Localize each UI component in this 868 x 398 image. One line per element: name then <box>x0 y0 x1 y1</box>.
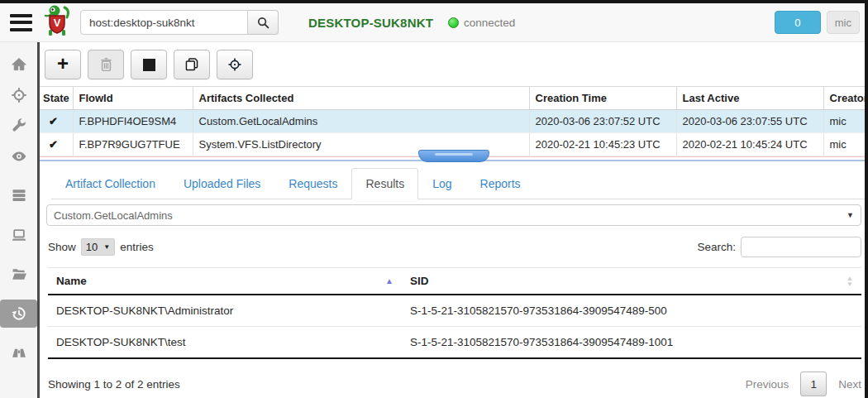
flow-creator: mic <box>823 110 868 133</box>
notification-count-button[interactable]: 0 <box>775 11 821 34</box>
tab-artifact-collection[interactable]: Artifact Collection <box>51 168 169 199</box>
pane-splitter <box>40 156 868 165</box>
cancel-flow-button[interactable] <box>131 50 167 79</box>
sidebar-item-virtual-filesystem[interactable] <box>0 260 37 288</box>
plus-icon: + <box>57 55 69 72</box>
search-button[interactable] <box>248 10 279 35</box>
stop-icon <box>143 59 155 71</box>
trash-icon <box>99 57 113 72</box>
search-icon <box>257 17 269 29</box>
pagination: Previous 1 Next <box>746 372 861 396</box>
flows-col-creation-time[interactable]: Creation Time <box>529 87 676 110</box>
delete-flow-button[interactable] <box>88 50 124 79</box>
new-collection-button[interactable]: + <box>45 50 81 79</box>
page-size-value: 10 <box>86 241 98 253</box>
flow-creation-time: 2020-03-06 23:07:52 UTC <box>529 110 676 133</box>
flows-col-flowid[interactable]: FlowId <box>73 87 193 110</box>
next-page-button[interactable]: Next <box>838 378 861 391</box>
sidebar-item-server-dashboard[interactable] <box>0 181 37 209</box>
sidebar-item-hunt-manager[interactable] <box>0 81 37 109</box>
show-label: Show <box>48 241 76 253</box>
chevron-down-icon: ▼ <box>847 211 854 219</box>
chevron-down-icon: ▼ <box>103 243 110 251</box>
copy-collection-button[interactable] <box>174 50 210 79</box>
page-1-button[interactable]: 1 <box>800 372 827 396</box>
client-search <box>80 10 279 35</box>
results-table-controls: Show 10 ▼ entries Search: <box>48 237 861 257</box>
artifact-result-select[interactable]: Custom.GetLocalAdmins ▼ <box>46 204 861 226</box>
copy-icon <box>184 57 199 72</box>
crosshairs-icon <box>227 57 242 72</box>
flow-creator: mic <box>823 133 868 156</box>
tab-log[interactable]: Log <box>418 168 465 199</box>
results-table-footer: Showing 1 to 2 of 2 entries Previous 1 N… <box>48 372 861 396</box>
table-search-label: Search: <box>697 241 736 253</box>
home-icon <box>11 56 27 73</box>
create-hunt-button[interactable] <box>217 50 253 79</box>
sort-ascending-icon: ▲ <box>385 276 393 285</box>
result-row[interactable]: DESKTOP-SUK8NKT\Administrator S-1-5-21-3… <box>48 295 861 327</box>
entries-label: entries <box>120 241 154 253</box>
result-sid: S-1-5-21-3105821570-973531864-3909547489… <box>402 327 861 359</box>
flows-col-creator[interactable]: Creator <box>823 87 868 110</box>
flow-last-active: 2020-02-21 10:45:24 UTC <box>676 133 823 156</box>
flow-last-active: 2020-03-06 23:07:55 UTC <box>676 110 823 133</box>
splitter-drag-handle[interactable] <box>418 150 489 162</box>
flows-col-artifacts[interactable]: Artifacts Collected <box>193 87 529 110</box>
history-icon <box>11 305 27 322</box>
sidebar-item-server-artifacts[interactable] <box>0 112 37 140</box>
sidebar-item-home[interactable] <box>0 50 37 79</box>
client-search-input[interactable] <box>80 10 248 35</box>
check-icon: ✔ <box>45 115 58 127</box>
tab-requests[interactable]: Requests <box>274 168 351 199</box>
previous-page-button[interactable]: Previous <box>746 378 789 391</box>
server-icon <box>11 187 27 204</box>
sidebar-item-search[interactable] <box>0 338 37 367</box>
table-search-input[interactable] <box>741 237 861 257</box>
grip-icon <box>435 153 473 156</box>
results-col-name[interactable]: Name ▲ <box>48 268 402 295</box>
user-menu-button[interactable]: mic <box>827 11 860 34</box>
flows-col-state[interactable]: State <box>40 87 73 110</box>
top-navbar: V DESKTOP-SUK8NKT connected 0 mic <box>0 3 868 42</box>
tab-results[interactable]: Results <box>351 168 418 199</box>
nav-sidebar <box>0 42 40 398</box>
flow-detail-tabs: Artifact Collection Uploaded Files Reque… <box>51 168 868 199</box>
sort-both-icon: ▲▼ <box>847 276 853 287</box>
client-hostname[interactable]: DESKTOP-SUK8NKT <box>308 16 433 30</box>
main-content: + <box>40 42 868 398</box>
flows-toolbar: + <box>40 42 868 86</box>
sidebar-item-host-information[interactable] <box>0 221 37 249</box>
svg-text:V: V <box>54 17 61 29</box>
results-col-sid[interactable]: SID ▲▼ <box>402 268 861 295</box>
results-table: Name ▲ SID ▲▼ DESKTOP-SUK8NKT\Administra… <box>48 267 861 359</box>
tab-uploaded-files[interactable]: Uploaded Files <box>169 168 274 199</box>
flows-table: State FlowId Artifacts Collected Creatio… <box>40 86 868 156</box>
flow-row-selected[interactable]: ✔ F.BPHDFI4OE9SM4 Custom.GetLocalAdmins … <box>40 110 868 133</box>
window-edge-top <box>0 0 868 3</box>
connection-status: connected <box>448 17 515 29</box>
tab-reports[interactable]: Reports <box>466 168 535 199</box>
result-sid: S-1-5-21-3105821570-973531864-3909547489… <box>402 295 861 327</box>
flow-creation-time: 2020-02-21 10:45:23 UTC <box>529 133 676 156</box>
flows-header-row: State FlowId Artifacts Collected Creatio… <box>40 87 868 110</box>
velociraptor-logo-icon[interactable]: V <box>42 4 72 41</box>
binoculars-icon <box>11 344 27 361</box>
selected-artifact: Custom.GetLocalAdmins <box>54 209 173 222</box>
results-header-row: Name ▲ SID ▲▼ <box>48 268 861 295</box>
sidebar-item-collected-artifacts[interactable] <box>0 300 37 328</box>
page-size-select[interactable]: 10 ▼ <box>81 238 115 256</box>
eye-icon <box>11 148 27 165</box>
result-name: DESKTOP-SUK8NKT\test <box>48 327 402 359</box>
connected-dot-icon <box>448 17 459 28</box>
flows-col-last-active[interactable]: Last Active <box>676 87 823 110</box>
sidebar-item-server-events[interactable] <box>0 142 37 170</box>
result-row[interactable]: DESKTOP-SUK8NKT\test S-1-5-21-3105821570… <box>48 327 861 359</box>
flow-artifacts: Custom.GetLocalAdmins <box>193 110 529 133</box>
result-name: DESKTOP-SUK8NKT\Administrator <box>48 295 402 327</box>
check-icon: ✔ <box>45 138 58 151</box>
hamburger-menu-icon[interactable] <box>10 14 32 31</box>
laptop-icon <box>11 227 27 243</box>
crosshairs-icon <box>11 87 27 103</box>
connected-label: connected <box>464 17 515 29</box>
